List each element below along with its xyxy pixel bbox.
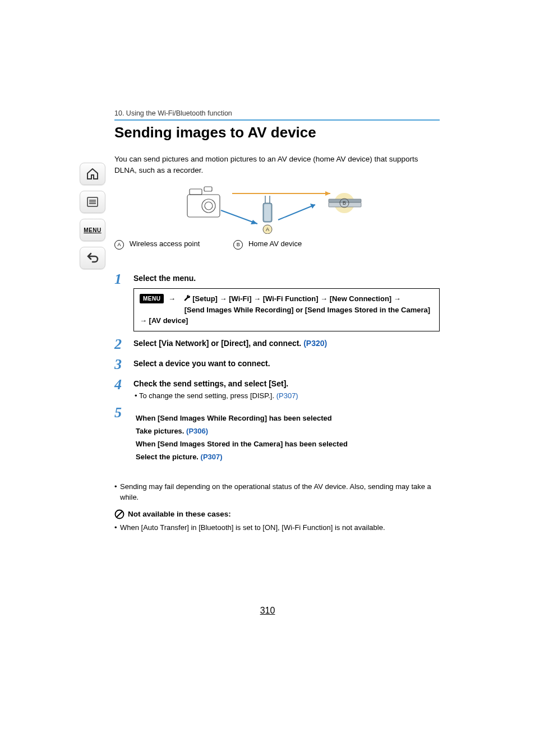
legend-b: B Home AV device <box>233 239 302 250</box>
contents-button[interactable] <box>80 191 105 213</box>
svg-rect-8 <box>204 187 212 191</box>
chapter-label: 10. Using the Wi-Fi/Bluetooth function <box>114 109 440 117</box>
diagram-legend: A Wireless access point B Home AV device <box>114 239 440 250</box>
contents-icon <box>86 195 99 209</box>
svg-marker-17 <box>325 191 330 196</box>
page-ref-link[interactable]: (P320) <box>303 339 327 348</box>
notes-section: • Sending may fail depending on the oper… <box>114 481 440 533</box>
home-icon <box>86 167 99 181</box>
step-number: 4 <box>114 377 133 392</box>
prohibited-icon <box>114 509 124 519</box>
legend-a: A Wireless access point <box>114 239 200 250</box>
svg-rect-7 <box>190 189 202 195</box>
note-text: When [Auto Transfer] in [Bluetooth] is s… <box>120 522 385 533</box>
step-3: 3 Select a device you want to connect. <box>114 357 440 372</box>
step-number: 2 <box>114 337 133 352</box>
not-available-heading: Not available in these cases: <box>114 509 440 520</box>
svg-text:B: B <box>343 200 346 206</box>
step-note-text: • To change the send setting, press [DIS… <box>135 391 276 400</box>
menu-path-line1: [Setup] → [Wi-Fi] → [Wi-Fi Function] → [… <box>192 294 401 303</box>
not-available-title: Not available in these cases: <box>128 509 231 520</box>
svg-rect-11 <box>264 204 271 221</box>
note-bullet: • When [Auto Transfer] in [Bluetooth] is… <box>114 522 440 533</box>
legend-a-marker: A <box>114 240 124 250</box>
step-note: • To change the send setting, press [DIS… <box>135 391 440 400</box>
note-text: Sending may fail depending on the operat… <box>120 481 440 503</box>
condition-heading: When [Send Images While Recording] has b… <box>136 414 440 422</box>
legend-b-marker: B <box>233 240 243 250</box>
bullet-dot: • <box>114 481 120 503</box>
step-5: 5 When [Send Images While Recording] has… <box>114 405 440 465</box>
condition-action: Select the picture. (P307) <box>136 453 440 461</box>
step-title: Select the menu. <box>133 274 440 283</box>
menu-button[interactable]: MENU <box>80 219 105 241</box>
back-icon <box>86 251 99 265</box>
svg-rect-4 <box>187 195 220 217</box>
step-title: Select [Via Network] or [Direct], and co… <box>133 339 303 348</box>
sidebar-nav: MENU <box>79 163 107 269</box>
action-text: Take pictures. <box>136 427 186 435</box>
step-title: Check the send settings, and select [Set… <box>133 379 440 388</box>
menu-path-box: MENU → [Setup] → [Wi-Fi] → [Wi-Fi Functi… <box>133 288 440 331</box>
diagram-svg: A B <box>176 183 378 234</box>
menu-pill: MENU <box>140 294 164 303</box>
home-button[interactable] <box>80 163 105 185</box>
svg-line-24 <box>117 511 123 518</box>
step-number: 1 <box>114 272 133 287</box>
svg-point-6 <box>205 202 213 210</box>
page-ref-link[interactable]: (P306) <box>186 427 208 435</box>
divider <box>114 119 440 121</box>
note-bullet: • Sending may fail depending on the oper… <box>114 481 440 503</box>
page-ref-link[interactable]: (P307) <box>201 453 223 461</box>
page-title: Sending images to AV device <box>114 124 440 141</box>
svg-text:A: A <box>266 227 269 232</box>
action-text: Select the picture. <box>136 453 201 461</box>
arrow-icon: → <box>168 294 176 303</box>
page-ref-link[interactable]: (P307) <box>276 391 298 400</box>
condition-heading: When [Send Images Stored in the Camera] … <box>136 440 440 448</box>
menu-path-line2: [Send Images While Recording] or [Send I… <box>140 306 430 325</box>
intro-text: You can send pictures and motion picture… <box>114 154 440 176</box>
step-number: 3 <box>114 357 133 372</box>
menu-button-label: MENU <box>84 227 101 233</box>
connection-diagram: A B <box>114 183 440 234</box>
page-content: 10. Using the Wi-Fi/Bluetooth function S… <box>114 109 440 533</box>
legend-a-label: Wireless access point <box>130 239 200 248</box>
wrench-icon <box>184 295 191 302</box>
back-button[interactable] <box>80 247 105 269</box>
legend-b-label: Home AV device <box>248 239 302 248</box>
steps-list: 1 Select the menu. MENU → [Setup] → [Wi-… <box>114 272 440 465</box>
condition-action: Take pictures. (P306) <box>136 427 440 435</box>
step-4: 4 Check the send settings, and select [S… <box>114 377 440 400</box>
svg-point-5 <box>202 199 215 213</box>
step-number: 5 <box>114 405 133 420</box>
page-number[interactable]: 310 <box>0 606 535 616</box>
step-1: 1 Select the menu. MENU → [Setup] → [Wi-… <box>114 272 440 331</box>
step-2: 2 Select [Via Network] or [Direct], and … <box>114 337 440 352</box>
step-title: Select a device you want to connect. <box>133 359 440 368</box>
bullet-dot: • <box>114 522 120 533</box>
